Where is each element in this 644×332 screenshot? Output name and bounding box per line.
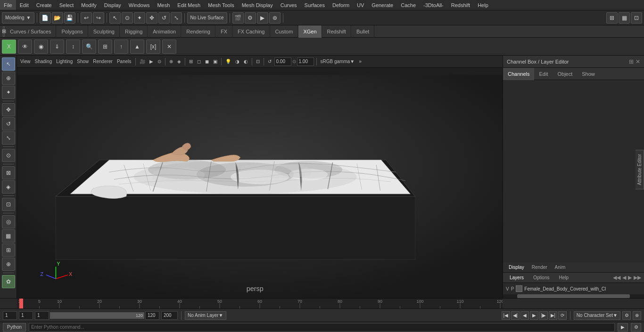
tab-bullet[interactable]: Bullet (352, 25, 375, 38)
undo-btn[interactable]: ↩ (81, 12, 92, 24)
menu-uv[interactable]: UV (353, 0, 368, 10)
vp-isolate-btn[interactable]: ◈ (176, 57, 182, 66)
tab-xgen[interactable]: XGen (298, 25, 322, 38)
show-tab[interactable]: Show (577, 68, 600, 80)
tab-curves-surfaces[interactable]: Curves / Surfaces (5, 25, 56, 38)
vp-shading-menu[interactable]: Shading (33, 57, 54, 66)
vp-solid-btn[interactable]: ◼ (204, 57, 210, 66)
xgen-tri-btn[interactable]: ▲ (130, 40, 144, 54)
max-frame-input[interactable] (161, 311, 178, 320)
menu-edit-mesh[interactable]: Edit Mesh (173, 0, 204, 10)
move-tool-btn[interactable]: ✥ (146, 12, 157, 24)
panel-btn[interactable]: ▦ (619, 12, 630, 24)
grid-display-btn[interactable]: ⊞ (2, 243, 15, 257)
menu-modify[interactable]: Modify (77, 0, 100, 10)
full-screen-btn[interactable]: ⊡ (631, 12, 642, 24)
xgen-eye2-btn[interactable]: 🔍 (82, 40, 96, 54)
rotate-btn[interactable]: ↺ (2, 117, 15, 130)
render-view-btn[interactable]: 🎬 (232, 12, 244, 24)
layer-color-swatch[interactable] (516, 285, 522, 292)
menu-curves[interactable]: Curves (277, 0, 301, 10)
render-btn[interactable]: ▶ (257, 12, 268, 24)
vp-wireframe-btn[interactable]: ◻ (196, 57, 202, 66)
xgen-move-btn[interactable]: ↕ (66, 40, 80, 54)
xgen-bracket-btn[interactable]: [x] (146, 40, 160, 54)
display-tab[interactable]: Display (505, 262, 528, 273)
vp-bookmark-btn[interactable]: ⊙ (156, 57, 163, 66)
menu-deform[interactable]: Deform (329, 0, 353, 10)
options-sub-tab[interactable]: Options (529, 273, 553, 283)
vp-grid-btn[interactable]: ⊞ (188, 57, 194, 66)
marquee-select-btn[interactable]: ⊡ (2, 198, 15, 211)
step-back-btn[interactable]: ◀| (511, 311, 520, 320)
paint-tool-btn[interactable]: ✦ (134, 12, 145, 24)
layer-playback-btn[interactable]: P (511, 286, 514, 292)
anim-tab[interactable]: Anim (551, 262, 570, 273)
xgen-circle-btn[interactable]: ◉ (34, 40, 48, 54)
vp-more-btn[interactable]: » (357, 57, 363, 66)
menu-redshift[interactable]: Redshift (447, 0, 474, 10)
transform-btn[interactable]: ⊕ (2, 72, 15, 85)
menu-create[interactable]: Create (33, 0, 56, 10)
menu-generate[interactable]: Generate (368, 0, 397, 10)
tab-polygons[interactable]: Polygons (57, 25, 88, 38)
layers-sub-tab[interactable]: Layers (506, 273, 528, 283)
universal-manip-btn[interactable]: ⊙ (2, 149, 15, 162)
tab-rigging[interactable]: Rigging (120, 25, 148, 38)
tab-custom[interactable]: Custom (271, 25, 298, 38)
play-back-btn[interactable]: ◀ (520, 311, 529, 320)
xgen-grid-btn[interactable]: ⊞ (98, 40, 112, 54)
python-input[interactable] (29, 323, 615, 332)
go-start-btn[interactable]: |◀ (502, 311, 510, 320)
python-tab[interactable]: Python (3, 323, 26, 332)
menu-3dto[interactable]: -3DtoAll- (420, 0, 447, 10)
lasso-tool-btn[interactable]: ⊙ (122, 12, 133, 24)
python-settings-btn[interactable]: ⚙ (631, 323, 641, 332)
tab-sculpting[interactable]: Sculpting (89, 25, 120, 38)
layer-scroll-left-btn[interactable]: ◀◀ (613, 275, 620, 281)
timeline-ruler[interactable] (17, 299, 503, 309)
vp-lighting-menu[interactable]: Lighting (55, 57, 74, 66)
rotate-tool-btn[interactable]: ↺ (158, 12, 170, 24)
tab-animation[interactable]: Animation (148, 25, 181, 38)
vp-textured-btn[interactable]: ▣ (212, 57, 219, 66)
vp-scale-input[interactable] (297, 57, 314, 66)
paint-select-btn[interactable]: ✦ (2, 86, 15, 99)
menu-cache[interactable]: Cache (397, 0, 420, 10)
layer-scroll-next-btn[interactable]: ▶ (628, 275, 632, 281)
vp-show-menu[interactable]: Show (75, 57, 90, 66)
object-tab[interactable]: Object (553, 68, 577, 80)
layer-scroll-right-btn[interactable]: ▶▶ (634, 275, 641, 281)
menu-mesh-tools[interactable]: Mesh Tools (204, 0, 238, 10)
tab-fx-caching[interactable]: FX Caching (233, 25, 270, 38)
redo-btn[interactable]: ↪ (93, 12, 104, 24)
viewport[interactable]: View Shading Lighting Show Renderer Pane… (17, 56, 503, 298)
snap-surface-btn[interactable]: ⊠ (2, 166, 15, 179)
scale-tool-btn[interactable]: ⤡ (171, 12, 182, 24)
menu-edit[interactable]: Edit (16, 0, 33, 10)
layer-scrollbar[interactable] (503, 294, 644, 298)
tab-rendering[interactable]: Rendering (182, 25, 215, 38)
vp-snap-btn[interactable]: ⊕ (168, 57, 174, 66)
xgen-eye-btn[interactable]: 👁 (18, 40, 32, 54)
xgen-arrow-btn[interactable]: ↑ (114, 40, 128, 54)
tab-redshift[interactable]: Redshift (322, 25, 351, 38)
help-sub-tab[interactable]: Help (555, 273, 572, 283)
tab-bar-toggle[interactable]: ⊞ (3, 26, 5, 37)
no-live-surface-btn[interactable]: No Live Surface (187, 12, 227, 24)
tab-fx[interactable]: FX (216, 25, 232, 38)
vp-view-menu[interactable]: View (19, 57, 32, 66)
vp-rotation-input[interactable] (274, 57, 291, 66)
select-tool-btn[interactable]: ↖ (109, 12, 121, 24)
render-proxy-btn[interactable]: ▦ (2, 229, 15, 243)
frame-range-slider[interactable]: 120 (50, 312, 144, 319)
scale-btn[interactable]: ⤡ (2, 131, 15, 145)
xgen-groom-btn[interactable]: ✿ (2, 275, 15, 288)
right-panel-dock-btn[interactable]: ⊞ (629, 58, 634, 65)
channels-tab[interactable]: Channels (503, 68, 534, 80)
right-panel-close-btn[interactable]: ✕ (636, 58, 640, 65)
menu-file[interactable]: File (0, 0, 16, 10)
save-file-btn[interactable]: 💾 (64, 12, 75, 24)
mode-dropdown[interactable]: Modeling ▼ (2, 12, 34, 24)
go-end-btn[interactable]: ▶| (549, 311, 557, 320)
